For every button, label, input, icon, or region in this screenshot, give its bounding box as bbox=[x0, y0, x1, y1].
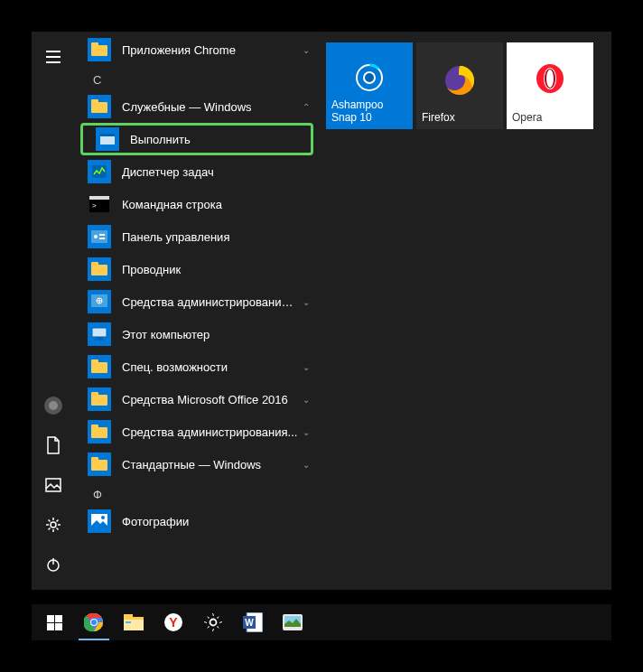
svg-point-31 bbox=[91, 620, 97, 625]
app-label: Средства Microsoft Office 2016 bbox=[122, 393, 299, 406]
folder-icon bbox=[88, 355, 111, 378]
user-button[interactable] bbox=[35, 387, 71, 424]
app-cmd[interactable]: > Командная строка bbox=[75, 188, 319, 220]
folder-icon bbox=[88, 95, 111, 118]
app-accessibility[interactable]: Спец. возможности ⌄ bbox=[75, 350, 319, 383]
tile-opera[interactable]: Opera bbox=[507, 42, 593, 129]
folder-icon bbox=[88, 38, 111, 61]
taskbar-settings[interactable] bbox=[194, 604, 232, 640]
letter-header-c[interactable]: С bbox=[75, 66, 319, 90]
tiles-area: Ashampoo Snap 10 Firefox Opera bbox=[319, 32, 611, 590]
letter-header-f[interactable]: Ф bbox=[75, 481, 319, 505]
documents-button[interactable] bbox=[35, 427, 71, 463]
taskbar-explorer[interactable] bbox=[115, 604, 153, 640]
app-run[interactable]: Выполнить bbox=[80, 123, 313, 155]
hamburger-icon bbox=[46, 51, 61, 63]
app-label: Средства администрирования Wi... bbox=[122, 295, 299, 309]
word-icon: W bbox=[243, 612, 263, 632]
app-label: Спец. возможности bbox=[122, 360, 299, 374]
photos-icon bbox=[88, 509, 111, 533]
app-control-panel[interactable]: Панель управления bbox=[75, 220, 319, 253]
folder-icon bbox=[88, 420, 111, 443]
chevron-down-icon: ⌄ bbox=[303, 395, 310, 405]
app-this-pc[interactable]: Этот компьютер bbox=[75, 318, 319, 350]
chevron-down-icon: ⌄ bbox=[303, 297, 310, 307]
tile-label: Ashampoo Snap 10 bbox=[331, 98, 407, 124]
svg-point-20 bbox=[101, 516, 105, 519]
taskbar-snap[interactable] bbox=[274, 604, 312, 640]
start-menu: Приложения Chrome ⌄ С Служебные — Window… bbox=[32, 32, 611, 590]
svg-point-11 bbox=[94, 235, 98, 238]
chevron-up-icon: ⌃ bbox=[303, 102, 310, 112]
svg-rect-10 bbox=[91, 230, 107, 243]
run-icon bbox=[96, 127, 119, 151]
tile-label: Opera bbox=[512, 111, 588, 124]
app-task-manager[interactable]: Диспетчер задач bbox=[75, 155, 319, 188]
taskbar-word[interactable]: W bbox=[234, 604, 272, 640]
app-chrome-apps[interactable]: Приложения Chrome ⌄ bbox=[75, 33, 319, 66]
app-admin-tools2[interactable]: Средства администрирования... ⌄ bbox=[75, 415, 319, 448]
app-label: Стандартные — Windows bbox=[122, 458, 299, 471]
folder-icon bbox=[88, 387, 111, 411]
ashampoo-icon bbox=[354, 62, 385, 93]
app-admin-tools[interactable]: Средства администрирования Wi... ⌄ bbox=[75, 285, 319, 318]
app-label: Диспетчер задач bbox=[122, 165, 310, 179]
svg-rect-17 bbox=[97, 337, 102, 339]
chevron-down-icon: ⌄ bbox=[303, 362, 310, 372]
taskbar: Y W bbox=[32, 604, 611, 640]
app-label: Этот компьютер bbox=[122, 328, 310, 341]
taskbar-chrome[interactable] bbox=[75, 604, 113, 640]
menu-button[interactable] bbox=[35, 39, 71, 75]
chevron-down-icon: ⌄ bbox=[303, 460, 310, 470]
start-button[interactable] bbox=[35, 604, 73, 640]
power-icon bbox=[45, 556, 61, 573]
firefox-icon bbox=[442, 62, 478, 98]
app-label: Командная строка bbox=[122, 198, 310, 211]
chevron-down-icon: ⌄ bbox=[303, 427, 310, 437]
taskbar-yandex[interactable]: Y bbox=[154, 604, 192, 640]
settings-button[interactable] bbox=[35, 507, 71, 543]
app-office[interactable]: Средства Microsoft Office 2016 ⌄ bbox=[75, 383, 319, 415]
pictures-icon bbox=[45, 478, 61, 492]
svg-point-38 bbox=[210, 620, 217, 626]
chevron-down-icon: ⌄ bbox=[303, 45, 310, 55]
app-label: Проводник bbox=[122, 263, 310, 276]
tile-label: Firefox bbox=[422, 111, 498, 124]
svg-text:>: > bbox=[92, 201, 97, 210]
control-panel-icon bbox=[88, 225, 111, 248]
app-system-windows[interactable]: Служебные — Windows ⌃ bbox=[75, 90, 319, 123]
svg-rect-0 bbox=[46, 479, 61, 491]
tile-ashampoo[interactable]: Ashampoo Snap 10 bbox=[326, 42, 413, 129]
document-icon bbox=[46, 436, 61, 454]
svg-rect-8 bbox=[89, 196, 109, 200]
tile-firefox[interactable]: Firefox bbox=[416, 42, 503, 129]
folder-icon bbox=[88, 453, 111, 476]
windows-icon bbox=[47, 615, 62, 630]
app-label: Средства администрирования... bbox=[122, 425, 299, 439]
power-button[interactable] bbox=[35, 546, 71, 583]
left-rail bbox=[32, 32, 75, 590]
svg-text:W: W bbox=[245, 618, 254, 628]
app-label: Панель управления bbox=[122, 230, 310, 244]
task-manager-icon bbox=[88, 160, 111, 183]
gear-icon bbox=[45, 517, 61, 533]
app-list[interactable]: Приложения Chrome ⌄ С Служебные — Window… bbox=[75, 32, 319, 590]
yandex-icon: Y bbox=[163, 612, 183, 632]
svg-rect-13 bbox=[99, 238, 105, 239]
user-icon bbox=[44, 397, 62, 415]
app-explorer[interactable]: Проводник bbox=[75, 253, 319, 285]
svg-rect-12 bbox=[99, 234, 105, 236]
svg-point-22 bbox=[364, 72, 375, 83]
app-photos[interactable]: Фотографии bbox=[75, 505, 319, 537]
app-standard[interactable]: Стандартные — Windows ⌄ bbox=[75, 448, 319, 481]
chrome-icon bbox=[84, 612, 104, 632]
snap-icon bbox=[283, 614, 303, 630]
svg-rect-5 bbox=[100, 134, 115, 136]
pictures-button[interactable] bbox=[35, 467, 71, 503]
svg-point-27 bbox=[546, 70, 554, 88]
svg-point-1 bbox=[51, 522, 56, 527]
app-label: Служебные — Windows bbox=[122, 100, 299, 114]
cmd-icon: > bbox=[88, 192, 111, 216]
svg-rect-18 bbox=[95, 339, 104, 341]
explorer-icon bbox=[124, 614, 144, 630]
